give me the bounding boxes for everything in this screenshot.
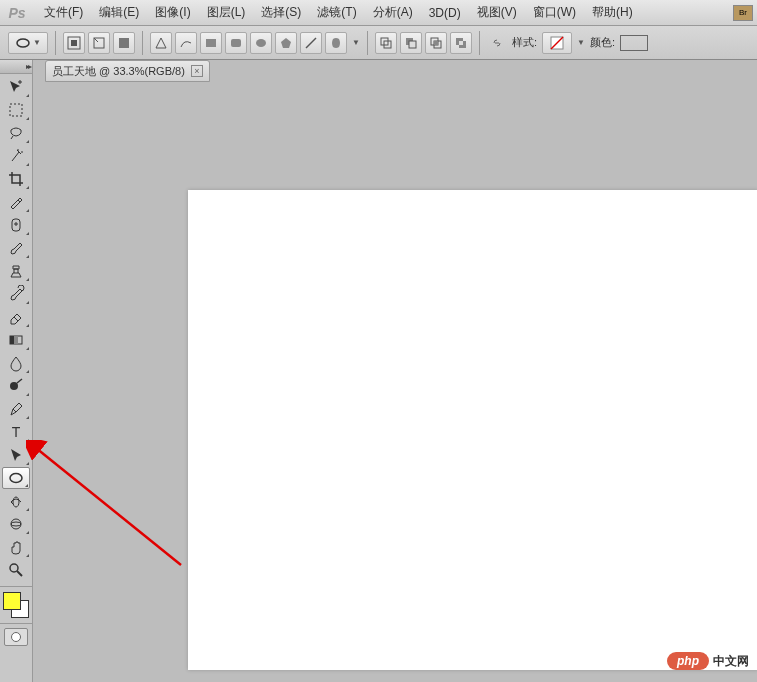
3d-rotate-tool[interactable] bbox=[2, 490, 30, 512]
php-badge: php bbox=[667, 652, 709, 670]
lasso-tool[interactable] bbox=[2, 122, 30, 144]
svg-rect-6 bbox=[231, 39, 241, 47]
foreground-color[interactable] bbox=[3, 592, 21, 610]
menu-3d[interactable]: 3D(D) bbox=[421, 2, 469, 24]
menu-select[interactable]: 选择(S) bbox=[253, 0, 309, 25]
menu-analysis[interactable]: 分析(A) bbox=[365, 0, 421, 25]
menu-image[interactable]: 图像(I) bbox=[147, 0, 198, 25]
hand-tool[interactable] bbox=[2, 536, 30, 558]
svg-point-34 bbox=[10, 564, 18, 572]
gradient-tool[interactable] bbox=[2, 329, 30, 351]
palette-expand-toggle[interactable]: ▸▸ bbox=[0, 60, 32, 74]
svg-line-28 bbox=[17, 379, 22, 383]
freeform-pen-icon[interactable] bbox=[175, 32, 197, 54]
color-picker bbox=[0, 589, 32, 621]
menu-view[interactable]: 视图(V) bbox=[469, 0, 525, 25]
canvas[interactable] bbox=[188, 190, 757, 670]
canvas-viewport[interactable] bbox=[33, 82, 757, 682]
pen-shape-icon[interactable] bbox=[150, 32, 172, 54]
healing-brush-tool[interactable] bbox=[2, 214, 30, 236]
svg-rect-12 bbox=[409, 41, 416, 48]
svg-rect-25 bbox=[10, 336, 14, 344]
tool-palette: ▸▸ T bbox=[0, 60, 33, 682]
svg-line-23 bbox=[14, 317, 18, 321]
brush-tool[interactable] bbox=[2, 237, 30, 259]
watermark-text: 中文网 bbox=[713, 653, 749, 670]
svg-point-0 bbox=[17, 39, 29, 47]
watermark: php 中文网 bbox=[667, 652, 749, 670]
clone-stamp-tool[interactable] bbox=[2, 260, 30, 282]
bridge-icon[interactable]: Br bbox=[733, 5, 753, 21]
style-label: 样式: bbox=[512, 35, 537, 50]
eyedropper-tool[interactable] bbox=[2, 191, 30, 213]
zoom-tool[interactable] bbox=[2, 559, 30, 581]
ellipse-shape-tool[interactable] bbox=[2, 467, 30, 489]
path-intersect-mode[interactable] bbox=[425, 32, 447, 54]
svg-point-27 bbox=[10, 382, 18, 390]
svg-rect-15 bbox=[434, 41, 438, 45]
document-tab-title: 员工天地 @ 33.3%(RGB/8) bbox=[52, 64, 185, 79]
shape-layers-mode[interactable] bbox=[63, 32, 85, 54]
menu-bar: Ps 文件(F) 编辑(E) 图像(I) 图层(L) 选择(S) 滤镜(T) 分… bbox=[0, 0, 757, 26]
menu-window[interactable]: 窗口(W) bbox=[525, 0, 584, 25]
path-selection-tool[interactable] bbox=[2, 444, 30, 466]
quick-mask-toggle[interactable] bbox=[4, 628, 28, 646]
ellipse-icon bbox=[15, 35, 31, 51]
eraser-tool[interactable] bbox=[2, 306, 30, 328]
svg-line-35 bbox=[17, 571, 22, 576]
svg-rect-4 bbox=[119, 38, 129, 48]
close-tab-icon[interactable]: × bbox=[191, 65, 203, 77]
svg-rect-18 bbox=[459, 41, 463, 45]
magic-wand-tool[interactable] bbox=[2, 145, 30, 167]
menu-edit[interactable]: 编辑(E) bbox=[91, 0, 147, 25]
menu-layer[interactable]: 图层(L) bbox=[199, 0, 254, 25]
rounded-rect-shape-icon[interactable] bbox=[225, 32, 247, 54]
document-area: 员工天地 @ 33.3%(RGB/8) × bbox=[33, 60, 757, 682]
svg-point-30 bbox=[10, 474, 22, 483]
custom-shape-icon[interactable] bbox=[325, 32, 347, 54]
color-label: 颜色: bbox=[590, 35, 615, 50]
fill-pixels-mode[interactable] bbox=[113, 32, 135, 54]
crop-tool[interactable] bbox=[2, 168, 30, 190]
options-bar: ▼ ▼ 样式: ▼ 颜色: bbox=[0, 26, 757, 60]
svg-point-7 bbox=[256, 39, 266, 47]
dodge-tool[interactable] bbox=[2, 375, 30, 397]
svg-rect-2 bbox=[71, 40, 77, 46]
document-tab[interactable]: 员工天地 @ 33.3%(RGB/8) × bbox=[45, 60, 210, 82]
line-shape-icon[interactable] bbox=[300, 32, 322, 54]
svg-point-32 bbox=[11, 519, 21, 529]
polygon-shape-icon[interactable] bbox=[275, 32, 297, 54]
shape-options-arrow-icon[interactable]: ▼ bbox=[352, 38, 360, 47]
dropdown-arrow-icon: ▼ bbox=[33, 38, 41, 47]
type-tool[interactable]: T bbox=[2, 421, 30, 443]
svg-rect-26 bbox=[14, 336, 18, 344]
current-shape-dropdown[interactable]: ▼ bbox=[8, 32, 48, 54]
rect-shape-icon[interactable] bbox=[200, 32, 222, 54]
svg-text:T: T bbox=[12, 424, 21, 440]
history-brush-tool[interactable] bbox=[2, 283, 30, 305]
path-add-mode[interactable] bbox=[375, 32, 397, 54]
move-tool[interactable] bbox=[2, 76, 30, 98]
pen-tool[interactable] bbox=[2, 398, 30, 420]
ellipse-shape-icon[interactable] bbox=[250, 32, 272, 54]
mask-icon bbox=[11, 632, 21, 642]
blur-tool[interactable] bbox=[2, 352, 30, 374]
svg-rect-21 bbox=[10, 104, 22, 116]
paths-mode[interactable] bbox=[88, 32, 110, 54]
svg-point-33 bbox=[11, 522, 21, 526]
style-dropdown[interactable] bbox=[542, 32, 572, 54]
3d-orbit-tool[interactable] bbox=[2, 513, 30, 535]
path-exclude-mode[interactable] bbox=[450, 32, 472, 54]
fill-color-swatch[interactable] bbox=[620, 35, 648, 51]
path-subtract-mode[interactable] bbox=[400, 32, 422, 54]
expand-arrows-icon: ▸▸ bbox=[26, 62, 30, 71]
menu-file[interactable]: 文件(F) bbox=[36, 0, 91, 25]
link-icon[interactable] bbox=[489, 35, 505, 51]
svg-rect-5 bbox=[206, 39, 216, 47]
marquee-tool[interactable] bbox=[2, 99, 30, 121]
menu-filter[interactable]: 滤镜(T) bbox=[309, 0, 364, 25]
no-style-icon bbox=[549, 35, 565, 51]
svg-line-8 bbox=[306, 38, 316, 48]
menu-help[interactable]: 帮助(H) bbox=[584, 0, 641, 25]
style-arrow-icon[interactable]: ▼ bbox=[577, 38, 585, 47]
